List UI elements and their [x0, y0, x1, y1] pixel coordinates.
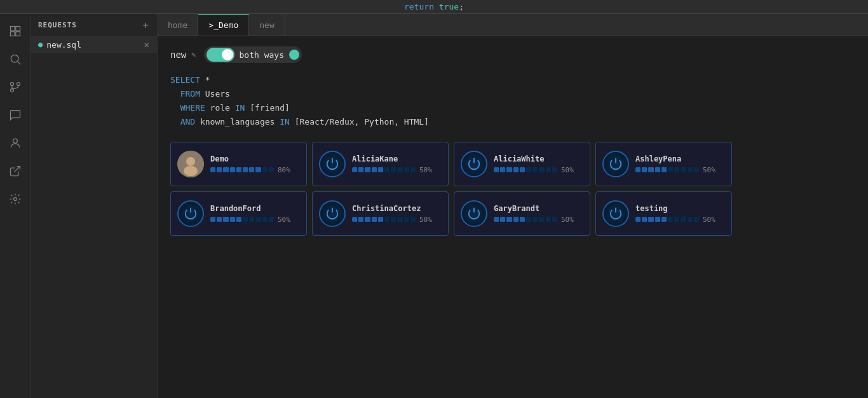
svg-rect-3: [15, 32, 20, 36]
user-info-christina-cortez: ChristinaCortez 50%: [352, 204, 442, 224]
user-card-demo[interactable]: Demo 80%: [170, 142, 307, 186]
progress-pct-demo: 80%: [278, 166, 290, 174]
user-info-ashley-pena: AshleyPena 50%: [635, 154, 725, 174]
sql-file-icon: ●: [38, 40, 43, 49]
toggle-track-left[interactable]: [207, 48, 234, 62]
file-name-label: new.sql: [46, 40, 81, 50]
tab-demo[interactable]: >_Demo: [198, 14, 249, 36]
tab-new[interactable]: new: [249, 14, 285, 36]
toggle-label: both ways: [237, 50, 287, 60]
new-label: new ✎: [170, 50, 196, 60]
sql-block: SELECT * FROM Users WHERE role IN [frien…: [170, 73, 855, 129]
chat-icon[interactable]: [3, 103, 27, 127]
panel-title: REQUESTS: [38, 21, 77, 29]
progress-pct-testing: 50%: [703, 216, 715, 224]
toggle-dot-right: [289, 50, 299, 60]
add-file-button[interactable]: +: [142, 19, 149, 31]
left-panel: REQUESTS + ● new.sql ✕: [31, 14, 158, 398]
power-icon-brandon-ford: [177, 200, 204, 227]
power-icon-christina-cortez: [319, 200, 346, 227]
top-bar: return true;: [0, 0, 868, 14]
user-name-demo: Demo: [210, 154, 300, 163]
user-card-brandon-ford[interactable]: BrandonFord 50%: [170, 191, 307, 236]
both-ways-toggle[interactable]: both ways: [204, 46, 302, 63]
user-card-ashley-pena[interactable]: AshleyPena 50%: [595, 142, 732, 186]
user-card-testing[interactable]: testing 50%: [595, 191, 732, 236]
files-icon[interactable]: [3, 19, 27, 43]
editor-area: new ✎ both ways SELECT * FROM Users: [158, 36, 868, 398]
progress-bar-testing: [635, 217, 699, 222]
settings-icon[interactable]: [3, 187, 27, 211]
new-text: new: [170, 50, 186, 60]
new-row: new ✎ both ways: [170, 46, 855, 63]
results-grid: Demo 80%: [170, 142, 855, 236]
power-icon-alicia-kane: [319, 151, 346, 177]
progress-demo: 80%: [210, 166, 300, 174]
svg-point-7: [17, 83, 20, 86]
user-name-brandon-ford: BrandonFord: [210, 204, 300, 213]
svg-point-15: [184, 166, 198, 176]
user-card-alicia-kane[interactable]: AliciaKane 50%: [312, 142, 449, 186]
user-name-alicia-kane: AliciaKane: [352, 154, 442, 163]
progress-pct-gary-brandt: 50%: [561, 216, 574, 224]
search-icon[interactable]: [3, 47, 27, 71]
user-info-alicia-white: AliciaWhite 50%: [494, 154, 583, 174]
sql-line-3: WHERE role IN [friend]: [170, 101, 855, 115]
progress-bar-ashley-pena: [635, 167, 699, 172]
user-info-demo: Demo 80%: [210, 154, 300, 174]
user-info-alicia-kane: AliciaKane 50%: [352, 154, 442, 174]
svg-point-12: [13, 198, 17, 201]
progress-bar-gary-brandt: [494, 217, 557, 222]
progress-pct-ashley-pena: 50%: [703, 166, 715, 174]
progress-brandon-ford: 50%: [210, 216, 300, 224]
progress-bar-alicia-white: [494, 167, 557, 172]
user-info-gary-brandt: GaryBrandt 50%: [494, 204, 583, 224]
avatar-demo: [177, 151, 204, 177]
user-name-alicia-white: AliciaWhite: [494, 154, 583, 163]
svg-point-8: [10, 89, 13, 92]
progress-pct-brandon-ford: 50%: [278, 216, 290, 224]
user-name-ashley-pena: AshleyPena: [635, 154, 725, 163]
svg-rect-0: [10, 27, 15, 31]
power-icon-ashley-pena: [602, 151, 629, 177]
tab-bar: home >_Demo new: [158, 14, 868, 36]
svg-point-6: [10, 83, 13, 86]
svg-point-14: [186, 157, 195, 166]
progress-bar-alicia-kane: [352, 167, 416, 172]
sidebar: [0, 14, 31, 398]
sql-line-4: AND known_languages IN [React/Redux, Pyt…: [170, 115, 855, 129]
sql-line-1: SELECT *: [170, 73, 855, 87]
progress-gary-brandt: 50%: [494, 216, 583, 224]
progress-pct-alicia-kane: 50%: [419, 166, 432, 174]
progress-testing: 50%: [635, 216, 725, 224]
content-area: home >_Demo new new ✎ both ways: [158, 14, 868, 398]
delete-file-button[interactable]: ✕: [144, 39, 149, 50]
user-card-gary-brandt[interactable]: GaryBrandt 50%: [454, 191, 590, 236]
power-icon-gary-brandt: [461, 200, 487, 227]
sql-line-2: FROM Users: [170, 87, 855, 101]
svg-rect-2: [10, 32, 15, 36]
user-card-christina-cortez[interactable]: ChristinaCortez 50%: [312, 191, 449, 236]
progress-bar-christina-cortez: [352, 217, 416, 222]
tab-home[interactable]: home: [158, 14, 198, 36]
user-name-testing: testing: [635, 204, 725, 213]
edit-icon[interactable]: ✎: [191, 50, 196, 59]
progress-ashley-pena: 50%: [635, 166, 725, 174]
svg-point-10: [13, 139, 17, 143]
person-icon[interactable]: [3, 131, 27, 155]
file-item-new-sql[interactable]: ● new.sql ✕: [31, 36, 157, 53]
progress-pct-christina-cortez: 50%: [419, 216, 432, 224]
progress-pct-alicia-white: 50%: [561, 166, 574, 174]
progress-alicia-kane: 50%: [352, 166, 442, 174]
user-card-alicia-white[interactable]: AliciaWhite 50%: [454, 142, 590, 186]
svg-line-5: [17, 62, 20, 65]
user-info-testing: testing 50%: [635, 204, 725, 224]
progress-bar-demo: [210, 167, 274, 172]
user-info-brandon-ford: BrandonFord 50%: [210, 204, 300, 224]
power-icon-testing: [602, 200, 629, 227]
export-icon[interactable]: [3, 159, 27, 183]
source-control-icon[interactable]: [3, 75, 27, 99]
progress-bar-brandon-ford: [210, 217, 274, 222]
progress-alicia-white: 50%: [494, 166, 583, 174]
power-icon-alicia-white: [461, 151, 487, 177]
